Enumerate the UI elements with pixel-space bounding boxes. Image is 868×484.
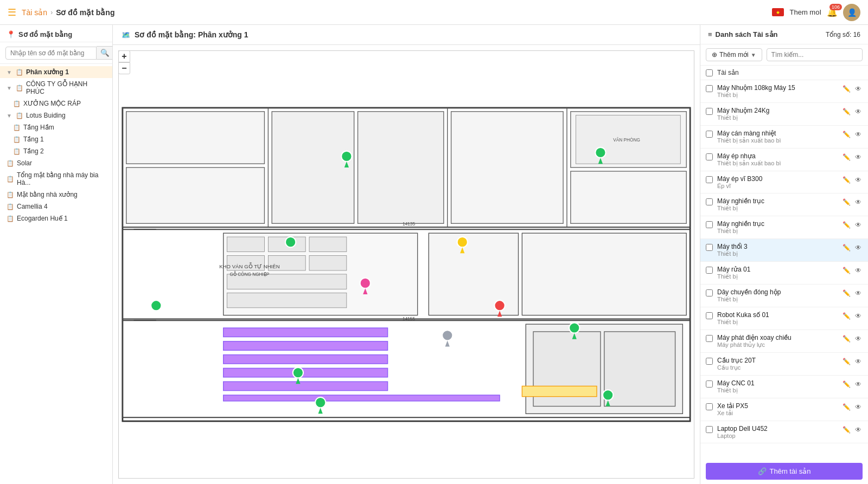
view-icon[interactable]: 👁 bbox=[854, 130, 863, 139]
asset-search-input[interactable] bbox=[767, 48, 863, 61]
edit-icon[interactable]: ✏️ bbox=[841, 197, 852, 207]
view-icon[interactable]: 👁 bbox=[854, 84, 863, 94]
asset-checkbox-10[interactable] bbox=[706, 312, 713, 319]
sidebar-item-lotus-buiding[interactable]: ▼📋Lotus Buiding bbox=[0, 109, 112, 121]
asset-checkbox-4[interactable] bbox=[706, 176, 713, 183]
add-asset-button[interactable]: 🔗 Thêm tài sản bbox=[706, 463, 863, 480]
asset-checkbox-7[interactable] bbox=[706, 244, 713, 251]
view-icon[interactable]: 👁 bbox=[854, 334, 863, 344]
avatar[interactable]: 👤 bbox=[843, 4, 860, 21]
view-icon[interactable]: 👁 bbox=[854, 379, 863, 389]
sidebar-item-tong-mat-bang[interactable]: 📋Tổng mặt bằng nhà máy bia Hà... bbox=[0, 169, 112, 189]
view-icon[interactable]: 👁 bbox=[854, 220, 863, 230]
asset-checkbox-12[interactable] bbox=[706, 358, 713, 365]
asset-checkbox-3[interactable] bbox=[706, 153, 713, 160]
add-new-button[interactable]: ⊕ Thêm mới ▼ bbox=[706, 48, 762, 61]
asset-name: Máy ép nhựa bbox=[717, 152, 841, 160]
list-item[interactable]: Máy ép vĩ B300 Ép vĩ ✏️ 👁 bbox=[700, 171, 868, 193]
asset-checkbox-13[interactable] bbox=[706, 380, 713, 388]
edit-icon[interactable]: ✏️ bbox=[841, 402, 852, 412]
floor-plan-canvas[interactable]: KHO VÁN GỖ TỰ NHIÊN GỖ CÔNG NGHIỆP bbox=[113, 45, 700, 484]
select-all-checkbox[interactable] bbox=[706, 69, 713, 76]
edit-icon[interactable]: ✏️ bbox=[841, 311, 852, 321]
sidebar-item-solar[interactable]: 📋Solar bbox=[0, 157, 112, 169]
asset-checkbox-0[interactable] bbox=[706, 85, 713, 92]
edit-icon[interactable]: ✏️ bbox=[841, 152, 852, 162]
asset-checkbox-8[interactable] bbox=[706, 267, 713, 274]
edit-icon[interactable]: ✏️ bbox=[841, 288, 852, 298]
edit-icon[interactable]: ✏️ bbox=[841, 334, 852, 344]
asset-checkbox-2[interactable] bbox=[706, 131, 713, 138]
collapse-icon: ▼ bbox=[7, 113, 12, 119]
sidebar-item-tang-2[interactable]: 📋Tầng 2 bbox=[0, 145, 112, 157]
edit-icon[interactable]: ✏️ bbox=[841, 243, 852, 253]
asset-checkbox-15[interactable] bbox=[706, 426, 713, 433]
edit-icon[interactable]: ✏️ bbox=[841, 357, 852, 366]
list-item[interactable]: Dây chuyền đóng hộp Thiết bị ✏️ 👁 bbox=[700, 285, 868, 307]
view-icon[interactable]: 👁 bbox=[854, 107, 863, 117]
svg-text:VĂN PHÒNG: VĂN PHÒNG bbox=[613, 137, 640, 143]
view-icon[interactable]: 👁 bbox=[854, 266, 863, 275]
asset-info: Máy thổi 3 Thiết bị bbox=[717, 243, 841, 257]
view-icon[interactable]: 👁 bbox=[854, 311, 863, 321]
edit-icon[interactable]: ✏️ bbox=[841, 425, 852, 435]
asset-name: Laptop Dell U452 bbox=[717, 425, 841, 433]
view-icon[interactable]: 👁 bbox=[854, 357, 863, 366]
edit-icon[interactable]: ✏️ bbox=[841, 266, 852, 275]
topbar-right: ★ Them moI 🔔 106 👤 bbox=[772, 4, 860, 21]
edit-icon[interactable]: ✏️ bbox=[841, 84, 852, 94]
edit-icon[interactable]: ✏️ bbox=[841, 220, 852, 230]
zoom-out-button[interactable]: − bbox=[118, 62, 130, 74]
list-item[interactable]: Laptop Dell U452 Laptop ✏️ 👁 bbox=[700, 421, 868, 443]
view-icon[interactable]: 👁 bbox=[854, 288, 863, 298]
notification-button[interactable]: 🔔 106 bbox=[827, 7, 838, 17]
hamburger-icon[interactable]: ☰ bbox=[8, 7, 16, 18]
list-item[interactable]: Máy ép nhựa Thiết bị sản xuất bao bì ✏️ … bbox=[700, 149, 868, 171]
list-item[interactable]: Máy nghiền trục Thiết bị ✏️ 👁 bbox=[700, 193, 868, 216]
asset-actions: ✏️ 👁 bbox=[841, 243, 863, 253]
list-item[interactable]: Cầu trục 20T Cầu trục ✏️ 👁 bbox=[700, 353, 868, 376]
view-icon[interactable]: 👁 bbox=[854, 175, 863, 185]
list-item[interactable]: Máy thổi 3 Thiết bị ✏️ 👁 bbox=[700, 239, 868, 262]
sidebar-search-button[interactable]: 🔍 bbox=[97, 46, 113, 60]
sidebar-item-phan-xuong-1[interactable]: ▼📋Phân xưởng 1 bbox=[0, 66, 112, 78]
sidebar-search-input[interactable] bbox=[5, 47, 97, 60]
list-item[interactable]: Robot Kuka số 01 Thiết bị ✏️ 👁 bbox=[700, 307, 868, 330]
zoom-in-button[interactable]: + bbox=[118, 50, 130, 62]
edit-icon[interactable]: ✏️ bbox=[841, 107, 852, 117]
asset-actions: ✏️ 👁 bbox=[841, 84, 863, 94]
view-icon[interactable]: 👁 bbox=[854, 425, 863, 435]
list-item[interactable]: Máy CNC 01 Thiết bị ✏️ 👁 bbox=[700, 376, 868, 398]
asset-info: Máy CNC 01 Thiết bị bbox=[717, 379, 841, 394]
view-icon[interactable]: 👁 bbox=[854, 243, 863, 253]
sidebar-item-cty-go-hanh-phuc[interactable]: ▼📋CÔNG TY GỖ HẠNH PHÚC bbox=[0, 78, 112, 98]
list-item[interactable]: Máy phát điện xoay chiều Máy phát thủy l… bbox=[700, 330, 868, 353]
list-item[interactable]: Máy rửa 01 Thiết bị ✏️ 👁 bbox=[700, 262, 868, 285]
view-icon[interactable]: 👁 bbox=[854, 152, 863, 162]
list-item[interactable]: Máy Nhuộm 108kg Máy 15 Thiết bị ✏️ 👁 bbox=[700, 80, 868, 103]
asset-checkbox-11[interactable] bbox=[706, 335, 713, 342]
edit-icon[interactable]: ✏️ bbox=[841, 379, 852, 389]
asset-checkbox-1[interactable] bbox=[706, 108, 713, 115]
asset-checkbox-5[interactable] bbox=[706, 198, 713, 205]
list-item[interactable]: Máy cán màng nhiệt Thiết bị sản xuất bao… bbox=[700, 126, 868, 149]
asset-checkbox-6[interactable] bbox=[706, 221, 713, 228]
sidebar-item-xuong-moc-rap[interactable]: 📋XƯỞNG MỘC RÁP bbox=[0, 98, 112, 109]
breadcrumb-parent[interactable]: Tài sản bbox=[22, 8, 47, 17]
sidebar-item-mat-bang-nha-xuong[interactable]: 📋Mặt bằng nhà xưởng bbox=[0, 189, 112, 201]
sidebar-item-camellia-4[interactable]: 📋Camellia 4 bbox=[0, 201, 112, 212]
edit-icon[interactable]: ✏️ bbox=[841, 130, 852, 139]
list-item[interactable]: Xe tải PX5 Xe tải ✏️ 👁 bbox=[700, 398, 868, 421]
sidebar-item-tang-ham[interactable]: 📋Tầng Hầm bbox=[0, 121, 112, 133]
edit-icon[interactable]: ✏️ bbox=[841, 175, 852, 185]
view-icon[interactable]: 👁 bbox=[854, 402, 863, 412]
list-item[interactable]: Máy nghiền trục Thiết bị ✏️ 👁 bbox=[700, 216, 868, 239]
flag-icon[interactable]: ★ bbox=[772, 8, 784, 16]
sidebar-item-ecogarden-hue-1[interactable]: 📋Ecogarden Huế 1 bbox=[0, 212, 112, 224]
theme-label[interactable]: Them moI bbox=[789, 8, 821, 16]
asset-checkbox-9[interactable] bbox=[706, 289, 713, 296]
sidebar-item-tang-1[interactable]: 📋Tầng 1 bbox=[0, 133, 112, 145]
asset-checkbox-14[interactable] bbox=[706, 403, 713, 410]
view-icon[interactable]: 👁 bbox=[854, 197, 863, 207]
list-item[interactable]: Máy Nhuộm 24Kg Thiết bị ✏️ 👁 bbox=[700, 103, 868, 126]
